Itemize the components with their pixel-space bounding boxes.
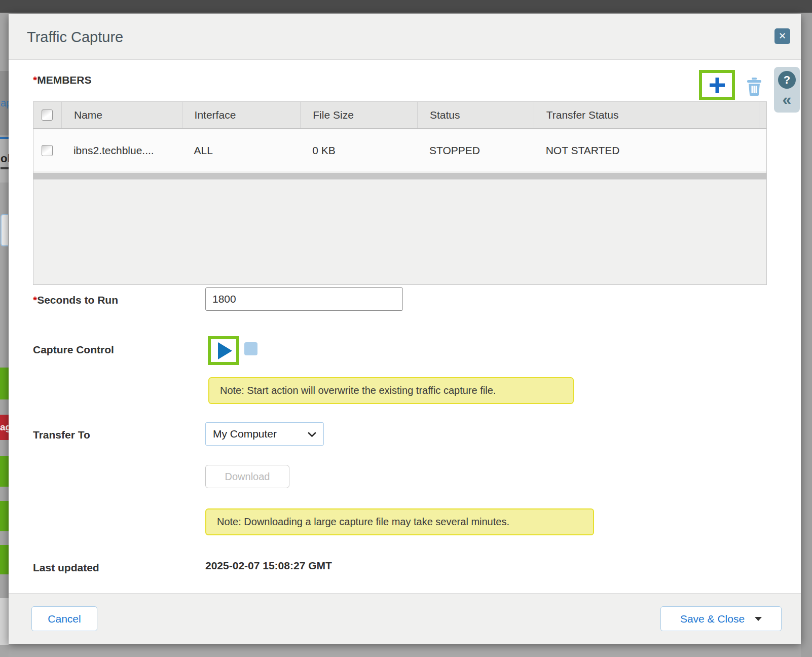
dialog-title: Traffic Capture: [27, 14, 123, 60]
dialog-header: Traffic Capture ✕: [9, 14, 801, 60]
transfer-to-label: Transfer To: [33, 429, 90, 441]
traffic-capture-dialog: Traffic Capture ✕ *MEMBERS ? « Name: [9, 14, 801, 644]
chevron-down-icon: [308, 432, 316, 437]
background-status-cell-green: [0, 501, 9, 531]
row-cell-status: STOPPED: [417, 129, 534, 171]
header-cell-file-size: File Size: [300, 102, 417, 128]
row-cell-file-size: 0 KB: [300, 129, 417, 171]
save-and-close-button[interactable]: Save & Close: [660, 606, 782, 631]
header-cell-name: Name: [61, 102, 182, 128]
capture-control-label: Capture Control: [33, 344, 114, 356]
background-tab-fragment: ap: [0, 71, 9, 135]
background-page-right: [801, 13, 812, 657]
last-updated-value: 2025-02-07 15:08:27 GMT: [205, 560, 332, 572]
header-cell-gutter: [759, 102, 766, 128]
play-button-highlight: [208, 336, 239, 365]
row-cell-transfer-status: NOT STARTED: [534, 129, 759, 171]
background-footer-band: [0, 598, 9, 645]
row-checkbox[interactable]: [42, 145, 53, 156]
last-updated-label: Last updated: [33, 562, 99, 574]
select-all-checkbox[interactable]: [42, 110, 53, 121]
background-status-cell-red: ag: [0, 415, 9, 440]
delete-icon[interactable]: [747, 78, 762, 96]
members-table: Name Interface File Size Status Transfer…: [33, 101, 767, 285]
start-capture-icon[interactable]: [218, 342, 232, 359]
row-cell-interface: ALL: [182, 129, 301, 171]
side-help-tab: ? «: [774, 67, 800, 113]
background-menu-band: ol: [0, 139, 9, 182]
table-row[interactable]: ibns2.techblue.... ALL 0 KB STOPPED NOT …: [33, 129, 766, 171]
download-button[interactable]: Download: [205, 465, 289, 488]
save-and-close-label: Save & Close: [680, 613, 745, 625]
help-icon[interactable]: ?: [778, 71, 796, 89]
screen: ap ol ag Traffic Capture ✕ *MEMBERS: [0, 0, 812, 657]
close-icon[interactable]: ✕: [774, 28, 790, 44]
background-menu-fragment: ol: [1, 152, 9, 169]
background-status-cell-green: [0, 368, 9, 399]
download-note: Note: Downloading a large capture file m…: [205, 508, 594, 535]
row-cell-gutter: [759, 129, 766, 171]
transfer-to-selected-value: My Computer: [213, 428, 277, 440]
members-label: *MEMBERS: [33, 74, 92, 86]
save-menu-arrow-icon: [755, 617, 762, 621]
add-button-highlight: [699, 70, 735, 100]
collapse-icon[interactable]: «: [774, 89, 800, 110]
members-table-header: Name Interface File Size Status Transfer…: [33, 102, 766, 129]
required-marker: *: [33, 294, 37, 306]
header-cell-transfer-status: Transfer Status: [534, 102, 759, 128]
header-cell-status: Status: [417, 102, 534, 128]
stop-capture-icon[interactable]: [244, 342, 257, 355]
table-horizontal-scrollbar[interactable]: [33, 173, 766, 179]
header-cell-interface: Interface: [182, 102, 301, 128]
row-cell-checkbox: [33, 129, 61, 171]
transfer-to-select[interactable]: My Computer: [205, 422, 324, 446]
add-icon[interactable]: [708, 76, 726, 94]
background-status-cell-green: [0, 456, 9, 487]
seconds-to-run-label: *Seconds to Run: [33, 294, 118, 306]
seconds-to-run-input[interactable]: [205, 287, 403, 311]
background-page-left: ap ol ag: [0, 13, 9, 657]
members-label-text: MEMBERS: [37, 74, 91, 86]
dialog-footer: Cancel Save & Close: [9, 593, 801, 644]
background-searchbox-fragment: [1, 214, 8, 246]
background-status-cell-green: [0, 545, 9, 574]
row-cell-name: ibns2.techblue....: [61, 129, 182, 171]
header-cell-checkbox: [33, 102, 61, 128]
seconds-to-run-label-text: Seconds to Run: [37, 294, 118, 306]
required-marker: *: [33, 74, 37, 86]
cancel-button[interactable]: Cancel: [31, 606, 97, 631]
browser-top-bar: [0, 0, 812, 13]
start-note: Note: Start action will overwrite the ex…: [208, 377, 574, 404]
